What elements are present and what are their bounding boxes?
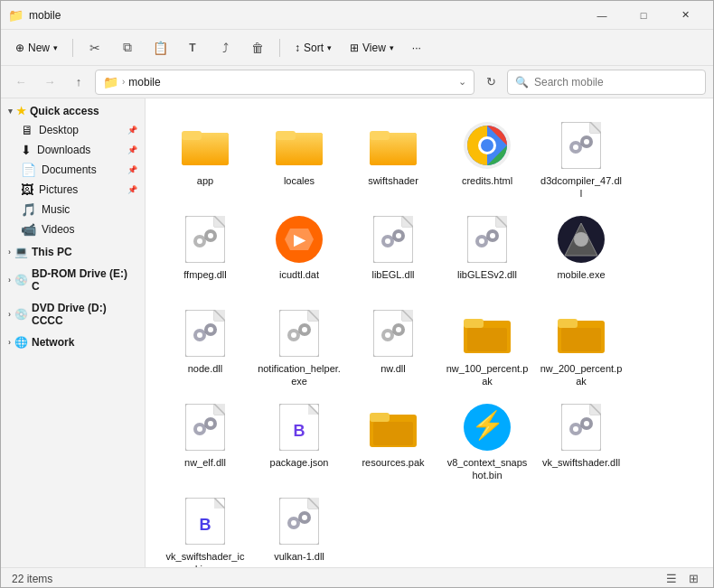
svg-rect-8: [370, 131, 390, 140]
forward-button[interactable]: →: [37, 70, 62, 95]
sidebar-item-videos[interactable]: 📹 Videos: [1, 219, 145, 239]
svg-point-88: [208, 421, 213, 426]
file-name-node: node.dll: [188, 362, 223, 375]
copy-button[interactable]: ⧉: [113, 33, 142, 62]
file-item-resources[interactable]: resources.pak: [348, 395, 438, 485]
file-name-ffmpeg: ffmpeg.dll: [183, 268, 227, 281]
pin-icon-documents: 📌: [127, 165, 137, 174]
file-item-credits[interactable]: credits.html: [442, 113, 532, 203]
file-item-ffmpeg[interactable]: ffmpeg.dll: [160, 207, 250, 297]
sidebar-item-desktop[interactable]: 🖥 Desktop 📌: [1, 120, 145, 140]
network-header[interactable]: › 🌐 Network: [1, 333, 145, 351]
sidebar-item-pictures[interactable]: 🖼 Pictures 📌: [1, 180, 145, 200]
back-button[interactable]: ←: [8, 70, 33, 95]
file-name-d3dcompiler: d3dcompiler_47.dll: [540, 174, 623, 200]
file-item-locales[interactable]: locales: [254, 113, 344, 203]
new-button[interactable]: ⊕ New ▾: [8, 33, 65, 62]
file-name-vulkan: vulkan-1.dll: [274, 550, 324, 563]
svg-rect-5: [276, 131, 296, 140]
file-item-node[interactable]: node.dll: [160, 301, 250, 391]
file-name-nw: nw.dll: [380, 362, 406, 375]
grid-view-button[interactable]: ⊞: [684, 570, 702, 588]
file-icon-locales: [274, 120, 324, 171]
file-item-libEGL[interactable]: libEGL.dll: [348, 207, 438, 297]
up-button[interactable]: ↑: [66, 70, 91, 95]
svg-point-86: [197, 426, 202, 432]
dvd-chevron: ›: [8, 310, 11, 319]
status-icons: ☰ ⊞: [662, 570, 702, 588]
file-icon-node: [180, 308, 230, 359]
breadcrumb[interactable]: 📁 › mobile ⌄: [95, 70, 474, 95]
file-item-vk_swiftshader_dl[interactable]: vk_swiftshader.dll: [536, 395, 626, 485]
this-pc-header[interactable]: › 💻 This PC: [1, 243, 145, 261]
file-icon-resources: [368, 402, 418, 453]
file-item-icudtl[interactable]: ▶ icudtl.dat: [254, 207, 344, 297]
sidebar: ▾ ★ Quick access 🖥 Desktop 📌 ⬇ Downloads…: [1, 98, 146, 567]
svg-point-72: [385, 332, 390, 338]
delete-button[interactable]: 🗑: [243, 33, 272, 62]
cut-button[interactable]: ✂: [80, 33, 109, 62]
svg-point-66: [302, 327, 307, 332]
file-name-vk_swiftshader_json: vk_swiftshader_icd.json: [164, 550, 247, 567]
svg-point-50: [574, 232, 588, 247]
file-item-nw_100[interactable]: nw_100_percent.pak: [442, 301, 532, 391]
file-item-swiftshader[interactable]: swiftshader: [348, 113, 438, 203]
file-item-vk_swiftshader_json[interactable]: B vk_swiftshader_icd.json: [160, 489, 250, 567]
minimize-button[interactable]: —: [581, 1, 623, 30]
file-item-nw_200[interactable]: nw_200_percent.pak: [536, 301, 626, 391]
search-box[interactable]: 🔍: [507, 70, 706, 95]
file-name-package: package.json: [270, 456, 329, 469]
file-icon-nw_200: [556, 308, 606, 359]
file-item-libGLESv2[interactable]: libGLESv2.dll: [442, 207, 532, 297]
quick-access-header[interactable]: ▾ ★ Quick access: [1, 102, 145, 120]
file-item-v8_context[interactable]: ⚡ v8_context_snapshot.bin: [442, 395, 532, 485]
file-item-nw[interactable]: nw.dll: [348, 301, 438, 391]
window-title: mobile: [29, 9, 61, 22]
maximize-button[interactable]: □: [623, 1, 664, 30]
sort-button[interactable]: ↕ Sort ▾: [287, 33, 339, 62]
close-button[interactable]: ✕: [664, 1, 706, 30]
paste-button[interactable]: 📋: [146, 33, 174, 62]
dvd-header[interactable]: › 💿 DVD Drive (D:) CCCC: [1, 299, 145, 330]
file-item-d3dcompiler[interactable]: d3dcompiler_47.dll: [536, 113, 626, 203]
file-item-package[interactable]: B package.json: [254, 395, 344, 485]
share-button[interactable]: ⤴: [211, 33, 240, 62]
more-button[interactable]: ···: [405, 33, 428, 62]
sidebar-item-documents[interactable]: 📄 Documents 📌: [1, 160, 145, 180]
svg-rect-79: [558, 319, 578, 328]
file-item-nw_elf[interactable]: nw_elf.dll: [160, 395, 250, 485]
file-item-mobile_exe[interactable]: mobile.exe: [536, 207, 626, 297]
breadcrumb-dropdown-icon[interactable]: ⌄: [458, 76, 466, 88]
file-item-vulkan[interactable]: vulkan-1.dll: [254, 489, 344, 567]
sidebar-item-music[interactable]: 🎵 Music: [1, 200, 145, 219]
svg-point-64: [291, 332, 296, 338]
bdrom-header[interactable]: › 💿 BD-ROM Drive (E:) C: [1, 265, 145, 295]
svg-text:⚡: ⚡: [471, 409, 505, 442]
toolbar-separator-1: [72, 39, 73, 57]
this-pc-section: › 💻 This PC: [1, 243, 145, 261]
list-view-button[interactable]: ☰: [662, 570, 681, 588]
svg-point-105: [584, 421, 589, 426]
sidebar-item-downloads[interactable]: ⬇ Downloads 📌: [1, 140, 145, 160]
svg-point-20: [584, 139, 589, 145]
address-bar: ← → ↑ 📁 › mobile ⌄ ↻ 🔍: [1, 66, 713, 98]
bdrom-section: › 💿 BD-ROM Drive (E:) C: [1, 265, 145, 295]
file-icon-vk_swiftshader_dl: [556, 402, 606, 453]
file-item-app[interactable]: app: [160, 113, 250, 203]
svg-point-28: [208, 233, 213, 238]
refresh-button[interactable]: ↻: [478, 70, 503, 95]
file-name-notification_helper: notification_helper.exe: [258, 362, 341, 387]
view-button[interactable]: ⊞ View ▾: [343, 33, 401, 62]
file-name-app: app: [197, 174, 213, 187]
file-name-libEGL: libEGL.dll: [371, 268, 414, 281]
file-item-notification_helper[interactable]: notification_helper.exe: [254, 301, 344, 391]
rename-button[interactable]: T: [178, 33, 207, 62]
file-icon-nw_100: [462, 308, 512, 359]
file-icon-package: B: [274, 402, 324, 453]
this-pc-icon: 💻: [14, 246, 28, 258]
svg-rect-77: [467, 328, 507, 351]
svg-rect-95: [373, 422, 413, 445]
breadcrumb-path: mobile: [128, 76, 160, 89]
svg-point-45: [479, 238, 484, 244]
search-input[interactable]: [534, 76, 698, 89]
